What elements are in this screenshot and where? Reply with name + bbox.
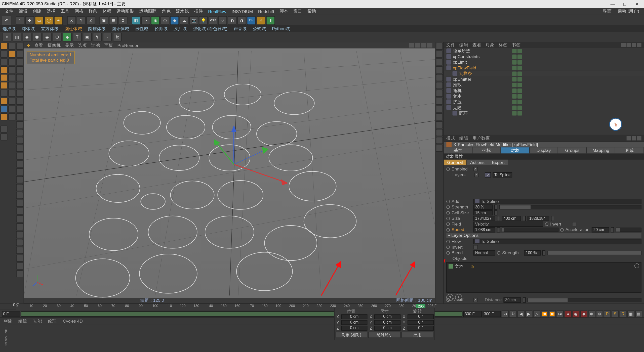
rtool-9[interactable]	[436, 113, 443, 120]
mid-tool-2[interactable]	[16, 58, 23, 65]
mid-tool-27[interactable]	[16, 255, 23, 262]
next-frame-button[interactable]: ▷	[533, 310, 540, 317]
menu-7[interactable]: 体积	[100, 8, 113, 14]
mid-tool-7[interactable]	[16, 98, 23, 105]
goto-start-button[interactable]: ⏮	[502, 310, 509, 317]
blend-dropdown[interactable]: Normal	[473, 250, 495, 255]
om-ico-d[interactable]	[637, 43, 641, 47]
zero-button[interactable]: 0	[218, 16, 227, 25]
l2-h[interactable]	[8, 106, 15, 113]
key-opt-p[interactable]: P	[604, 310, 611, 317]
accel-slider[interactable]	[616, 227, 641, 232]
field-1[interactable]: 球体域	[22, 26, 35, 32]
am-ico-a[interactable]	[627, 136, 631, 140]
lt-i[interactable]	[1, 106, 8, 113]
light-button[interactable]: 💡	[199, 16, 208, 25]
mid-tool-25[interactable]	[16, 239, 23, 246]
object-row-1[interactable]: xpConstraints	[444, 54, 644, 59]
key-opt-b[interactable]: ⊗	[596, 310, 603, 317]
camera-button[interactable]: 📷	[189, 16, 198, 25]
vp-icon-d[interactable]	[427, 43, 432, 48]
render-button[interactable]: ▣	[99, 16, 108, 25]
speed-slider[interactable]	[502, 227, 558, 232]
key-opt-a[interactable]: ⊕	[588, 310, 595, 317]
rtool-5[interactable]	[436, 82, 443, 89]
cube-primitive-button[interactable]: ◧	[132, 16, 141, 25]
field-6[interactable]: 线性域	[135, 26, 148, 32]
viewport[interactable]: ✥查看摄像机显示选项过滤面板ProRender Number of emitte…	[24, 42, 435, 304]
am-ico-c[interactable]	[637, 136, 641, 140]
autokey-button[interactable]: ◉	[573, 310, 580, 317]
field-7[interactable]: 径向域	[154, 26, 168, 32]
rtool-6[interactable]	[436, 90, 443, 97]
tool-b[interactable]: ◑	[237, 16, 246, 25]
key-opt-d[interactable]: ▤	[635, 310, 642, 317]
object-row-6[interactable]: 推散	[444, 82, 644, 88]
tool-d[interactable]: ▮	[266, 16, 275, 25]
rtool-2[interactable]	[436, 58, 443, 65]
l2-move-icon[interactable]	[8, 51, 15, 58]
loop-button[interactable]: ↻	[510, 310, 517, 317]
mid-tool-14[interactable]	[16, 153, 23, 160]
rtool-10[interactable]	[436, 121, 443, 128]
field-3[interactable]: 圆柱体域	[65, 26, 82, 32]
menu-8[interactable]: 运动图形	[114, 8, 136, 14]
object-row-0[interactable]: 隐藏所选	[444, 48, 644, 54]
mat-tab-4[interactable]: Cycles 4D	[63, 319, 83, 324]
mid-tool-21[interactable]	[16, 208, 23, 215]
viewport-canvas[interactable]: Number of emitters: 1 Total live particl…	[24, 49, 435, 298]
coord-foot-2[interactable]: 应用	[401, 332, 433, 338]
cellsize-spinner[interactable]	[494, 210, 497, 215]
mat-tab-3[interactable]: 纹理	[48, 318, 57, 324]
frame-total-input[interactable]: 300 F	[482, 311, 501, 317]
menu-1[interactable]: 编辑	[17, 8, 30, 14]
mg-f[interactable]: ⬡	[53, 33, 62, 41]
key-opt-c[interactable]: ▦	[627, 310, 634, 317]
rtool-8[interactable]	[436, 106, 443, 113]
strength-spinner[interactable]	[494, 204, 497, 210]
minimize-button[interactable]: —	[607, 2, 618, 6]
falloff-checkbox[interactable]	[473, 298, 478, 302]
strength2-input[interactable]: 100 %	[524, 250, 541, 255]
l2-b[interactable]	[8, 58, 15, 65]
l2-f[interactable]	[8, 90, 15, 97]
mid-tool-16[interactable]	[16, 168, 23, 175]
l2-d[interactable]	[8, 74, 15, 81]
l2-e[interactable]	[8, 82, 15, 89]
menu-15[interactable]: Redshift	[256, 9, 276, 14]
mid-tool-4[interactable]	[16, 74, 23, 81]
menu-10[interactable]: 角色	[160, 8, 173, 14]
size-x-input[interactable]: 1784.027	[473, 216, 495, 221]
mat-tab-2[interactable]: 功能	[33, 318, 42, 324]
mid-tool-19[interactable]	[16, 192, 23, 199]
recent-tool[interactable]: ✦	[54, 16, 63, 25]
lt-f[interactable]	[1, 82, 8, 89]
attr-tab-3[interactable]: Display	[530, 147, 558, 153]
play-button[interactable]: ▶	[525, 310, 532, 317]
menu-11[interactable]: 流水线	[174, 8, 191, 14]
speed-input[interactable]: 1.088 cm	[473, 227, 495, 232]
object-row-8[interactable]: 文本	[444, 93, 644, 99]
mid-tool-10[interactable]	[16, 121, 23, 128]
mg-d[interactable]: ⬢	[33, 33, 42, 41]
field-0[interactable]: 选择域	[3, 26, 16, 32]
mid-tool-29[interactable]	[16, 270, 23, 277]
l2-i[interactable]	[8, 113, 15, 120]
object-row-4[interactable]: 到样条	[444, 71, 644, 76]
field-2[interactable]: 立方体域	[41, 26, 58, 32]
vp-icon-b[interactable]	[415, 43, 420, 48]
mid-tool-12[interactable]	[16, 137, 23, 144]
mid-tool-23[interactable]	[16, 223, 23, 230]
size-y-input[interactable]: 400 cm	[502, 216, 521, 221]
mid-tool-20[interactable]	[16, 200, 23, 207]
mid-tool-11[interactable]	[16, 129, 23, 136]
field-10[interactable]: 声音域	[234, 26, 247, 32]
invert2-checkbox[interactable]	[473, 245, 478, 249]
field-5[interactable]: 圆环体域	[112, 26, 129, 32]
mid-tool-0[interactable]	[16, 43, 23, 50]
object-row-5[interactable]: xpEmitter	[444, 76, 644, 82]
rotate-tool[interactable]: ◯	[45, 16, 53, 25]
rtool-7[interactable]	[436, 98, 443, 105]
key-opt-s[interactable]: S	[612, 310, 619, 317]
subtab-2[interactable]: Export	[488, 160, 508, 165]
